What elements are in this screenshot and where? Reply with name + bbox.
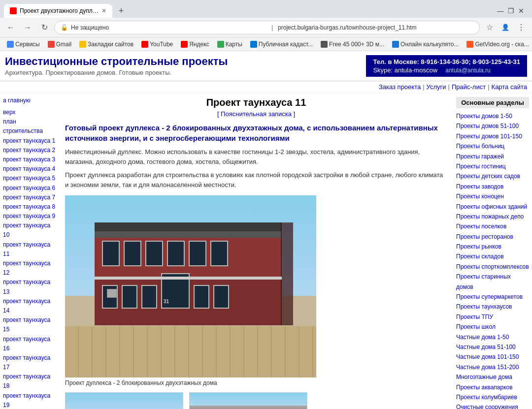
content-heading: Готовый проект дуплекса - 2 блокированны… (65, 123, 447, 143)
right-link-3[interactable]: Проекты больниц (456, 141, 529, 151)
bookmark-kadastr[interactable]: Публичная кадаст... (247, 40, 316, 49)
windows-2f (102, 241, 228, 266)
ac-unit (107, 289, 117, 298)
reload-button[interactable]: ↻ (37, 21, 51, 34)
right-link-7[interactable]: Проекты заводов (456, 182, 529, 191)
sidebar-link-11[interactable]: проект таунхауса 11 (3, 240, 56, 259)
right-link-5[interactable]: Проекты гостиниц (456, 161, 529, 171)
active-tab[interactable]: Проект двухэтажного дуплекса... ✕ (4, 4, 112, 18)
right-link-23[interactable]: Частные дома 101-150 (456, 352, 529, 362)
site-header: Инвестиционные строительные проекты Архи… (0, 51, 532, 81)
right-sidebar-title: Основные разделы (456, 97, 529, 108)
sidebar-link-1[interactable]: проект таунхауса 1 (3, 136, 56, 146)
sidebar-link-2[interactable]: проект таунхауса 2 (3, 146, 56, 155)
right-link-9[interactable]: Проекты офисных зданий (456, 202, 529, 212)
bookmark-star-button[interactable]: ☆ (483, 21, 497, 34)
sidebar-link-3[interactable]: проект таунхауса 3 (3, 155, 56, 164)
sidebar-link-8[interactable]: проект таунхауса 8 (3, 202, 56, 212)
bookmark-free45[interactable]: Free 45 000+ 3D м... (318, 40, 387, 49)
sidebar-link-4[interactable]: проект таунхауса 4 (3, 164, 56, 174)
restore-button[interactable]: ❐ (508, 7, 514, 15)
right-link-6[interactable]: Проекты детских садов (456, 171, 529, 181)
right-link-15[interactable]: Проекты спорткомплексов (456, 262, 529, 272)
right-link-22[interactable]: Частные дома 51-100 (456, 342, 529, 352)
sidebar-link-verh[interactable]: верх (3, 108, 56, 117)
right-link-25[interactable]: Многоэтажные дома (456, 372, 529, 382)
bookmark-gmail[interactable]: Gmail (45, 40, 74, 49)
window-2f-2 (124, 241, 141, 266)
bookmark-label: Free 45 000+ 3D м... (329, 41, 384, 48)
bookmark-label: Онлайн калькулято... (400, 41, 459, 48)
security-label: Не защищено (71, 24, 266, 31)
bookmark-label: YouTube (150, 41, 173, 48)
new-tab-button[interactable]: + (114, 4, 128, 18)
explanatory-link-anchor[interactable]: [ Пояснительная записка ] (217, 110, 295, 118)
sidebar-link-6[interactable]: проект таунхауса 6 (3, 184, 56, 193)
right-link-13[interactable]: Проекты рынков (456, 242, 529, 252)
site-title-block: Инвестиционные строительные проекты Архи… (5, 55, 366, 77)
right-link-14[interactable]: Проекты складов (456, 252, 529, 261)
right-link-12[interactable]: Проекты ресторанов (456, 232, 529, 242)
sidebar-link-plan[interactable]: план строительства (3, 117, 56, 136)
right-link-28[interactable]: Очистные сооружения (456, 402, 529, 409)
sidebar-link-19[interactable]: проект таунхауса 19 (3, 391, 56, 409)
sidebar-link-16[interactable]: проект таунхауса 16 (3, 335, 56, 353)
sidebar-link-14[interactable]: проект таунхауса 14 (3, 297, 56, 315)
bottom-image-1 (65, 392, 183, 409)
bookmark-favicon-google (7, 41, 14, 48)
sidebar-link-15[interactable]: проект таунхауса 15 (3, 315, 56, 334)
bookmark-getvideo[interactable]: GetVideo.org - ска... (464, 40, 532, 49)
right-sidebar: Основные разделы Проекты домов 1-50 Прое… (453, 93, 532, 409)
sidebar-link-5[interactable]: проект таунхауса 5 (3, 174, 56, 183)
page-wrapper: Инвестиционные строительные проекты Архи… (0, 51, 532, 409)
right-link-0[interactable]: Проекты домов 1-50 (456, 111, 529, 121)
back-button[interactable]: ← (4, 21, 18, 34)
bookmark-servisy[interactable]: Сервисы (4, 40, 43, 49)
tab-close-button[interactable]: ✕ (101, 7, 106, 14)
right-link-8[interactable]: Проекты коноцен (456, 191, 529, 201)
window-1f-5 (213, 285, 229, 309)
sidebar-link-12[interactable]: проект таунхауса 12 (3, 259, 56, 278)
sidebar-link-10[interactable]: проект таунхауса 10 (3, 221, 56, 240)
right-link-24[interactable]: Частные дома 151-200 (456, 362, 529, 372)
bookmark-zakladki[interactable]: Закладки сайтов (76, 40, 136, 49)
right-link-10[interactable]: Проекты пожарных депо (456, 212, 529, 221)
right-link-1[interactable]: Проекты домов 51-100 (456, 121, 529, 131)
bookmark-yandex[interactable]: Яндекс (178, 40, 212, 49)
right-link-11[interactable]: Проекты поселков (456, 221, 529, 231)
right-link-4[interactable]: Проекты гаражей (456, 152, 529, 161)
bookmark-label: Сервисы (15, 41, 40, 48)
sidebar-link-18[interactable]: проект таунхауса 18 (3, 372, 56, 391)
sidebar-link-17[interactable]: проект таунхауса 17 (3, 353, 56, 372)
price-link[interactable]: Прайс-лист (452, 83, 486, 91)
sitemap-link[interactable]: Карта сайта (492, 83, 527, 91)
minimize-button[interactable]: — (497, 7, 504, 15)
bookmark-online[interactable]: Онлайн калькулято... (389, 40, 462, 49)
profile-button[interactable]: 👤 (499, 21, 512, 34)
menu-button[interactable]: ⋮ (514, 21, 528, 34)
right-link-2[interactable]: Проекты домов 101-150 (456, 131, 529, 141)
bookmark-label: Публичная кадаст... (259, 41, 313, 48)
right-link-19[interactable]: Проекты ТПУ (456, 312, 529, 322)
sidebar-link-13[interactable]: проект таунхауса 13 (3, 278, 56, 296)
order-link[interactable]: Заказ проекта (379, 83, 421, 91)
services-link[interactable]: Услуги (427, 83, 446, 91)
bookmark-maps[interactable]: Карты (214, 40, 245, 49)
bookmark-youtube[interactable]: YouTube (138, 40, 176, 49)
forward-button[interactable]: → (21, 21, 34, 34)
window-2f-4 (167, 241, 185, 266)
bookmark-favicon-getvideo (466, 41, 473, 48)
address-bar[interactable]: 🔓 Не защищено | project.bulgaria-burgas.… (54, 21, 480, 34)
right-link-21[interactable]: Частные дома 1-50 (456, 332, 529, 342)
close-button[interactable]: ✕ (518, 7, 524, 15)
window-2f-1 (102, 241, 120, 266)
sidebar-home-link[interactable]: а главную (3, 97, 56, 104)
right-link-17[interactable]: Проекты супермаркетов (456, 292, 529, 302)
sidebar-link-7[interactable]: проект таунхауса 7 (3, 193, 56, 202)
right-link-26[interactable]: Проекты аквапарков (456, 382, 529, 392)
right-link-20[interactable]: Проекты школ (456, 322, 529, 332)
right-link-16[interactable]: Проекты старинных домов (456, 272, 529, 292)
right-link-18[interactable]: Проекты таунхаусов (456, 302, 529, 312)
right-link-27[interactable]: Проекты колумбариев (456, 392, 529, 402)
sidebar-link-9[interactable]: проект таунхауса 9 (3, 212, 56, 221)
